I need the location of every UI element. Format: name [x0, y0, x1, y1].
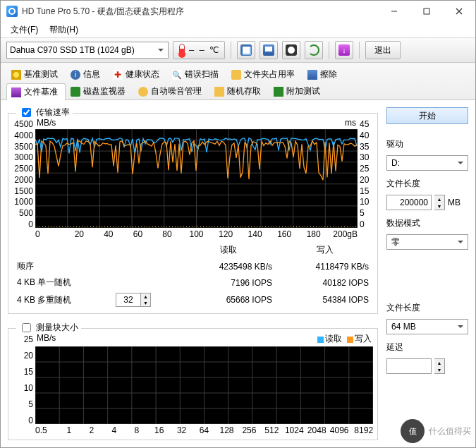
- separator: [231, 42, 231, 59]
- toolbar: Dahua C970 SSD 1TB (1024 gB) — — ℃ 退出: [1, 37, 475, 63]
- exit-button[interactable]: 退出: [365, 41, 401, 59]
- tab-aam[interactable]: 自动噪音管理: [133, 83, 209, 99]
- file-bench-icon: [11, 87, 21, 97]
- chart1-wrap: 450040003500300025002000150010005000 MB/…: [13, 118, 373, 239]
- svg-rect-113: [285, 226, 286, 227]
- transfer-rate-checkbox[interactable]: 传输速率: [16, 106, 73, 119]
- tab-label: 基准测试: [24, 68, 58, 80]
- file-length-label: 文件长度: [386, 178, 468, 190]
- svg-rect-93: [228, 226, 229, 227]
- tab-random-access[interactable]: 随机存取: [209, 83, 269, 99]
- svg-rect-27: [42, 226, 43, 227]
- svg-rect-78: [186, 226, 187, 227]
- svg-rect-53: [116, 226, 116, 227]
- queue-depth-spinner[interactable]: ▲▼: [116, 293, 151, 307]
- svg-rect-125: [319, 226, 319, 227]
- watermark-text: 什么值得买: [429, 425, 471, 437]
- svg-rect-82: [197, 226, 198, 227]
- chart1-x-axis: 020406080100120140160180200gB: [35, 228, 358, 239]
- svg-rect-91: [223, 226, 224, 227]
- svg-rect-124: [316, 226, 317, 227]
- svg-rect-74: [175, 226, 176, 227]
- svg-rect-48: [102, 226, 102, 227]
- spin-down[interactable]: ▼: [141, 300, 150, 306]
- legend-write-label: 写入: [355, 334, 372, 344]
- svg-rect-41: [82, 226, 83, 227]
- temperature-display[interactable]: — — ℃: [173, 41, 225, 59]
- tab-extra-tests[interactable]: 附加测试: [269, 83, 328, 99]
- menubar: 文件(F) 帮助(H): [1, 22, 475, 37]
- svg-rect-63: [144, 226, 145, 227]
- delay-stepper[interactable]: ▲▼: [434, 358, 445, 374]
- block-size-check-input[interactable]: [22, 323, 31, 332]
- svg-rect-36: [68, 226, 68, 227]
- tab-benchmark[interactable]: 基准测试: [6, 66, 66, 83]
- chart2-y-axis: 2520151050: [13, 333, 35, 435]
- svg-rect-128: [327, 226, 328, 227]
- svg-rect-94: [231, 226, 232, 227]
- svg-rect-76: [181, 226, 181, 227]
- svg-rect-34: [62, 226, 63, 227]
- tab-file-benchmark[interactable]: 文件基准: [6, 83, 66, 100]
- drive-select[interactable]: D:: [386, 155, 468, 171]
- svg-rect-59: [133, 226, 133, 227]
- block-size-body: 2520151050 MB/s 读取 写入 0.5124816326412825…: [8, 328, 378, 440]
- tab-erase[interactable]: 擦除: [303, 66, 345, 83]
- svg-rect-70: [164, 226, 164, 227]
- device-select-value: Dahua C970 SSD 1TB (1024 gB): [10, 45, 135, 55]
- svg-rect-1: [424, 8, 429, 14]
- svg-rect-105: [262, 226, 263, 227]
- app-icon: [6, 6, 18, 17]
- spin-up[interactable]: ▲: [141, 293, 150, 300]
- svg-rect-133: [341, 226, 342, 227]
- svg-rect-120: [305, 226, 305, 227]
- chart2-x-axis: 0.512481632641282565121024204840968192: [35, 424, 373, 435]
- svg-rect-64: [147, 226, 147, 227]
- titlebar: HD Tune Pro 5.70 - 硬盘/固态硬盘实用程序: [1, 1, 475, 22]
- exit-label: 退出: [374, 44, 391, 56]
- window-title: HD Tune Pro 5.70 - 硬盘/固态硬盘实用程序: [22, 6, 378, 18]
- menu-file[interactable]: 文件(F): [5, 23, 44, 37]
- tab-row-1: 基准测试 信息 健康状态 错误扫描 文件夹占用率 擦除: [1, 66, 475, 83]
- svg-rect-47: [99, 226, 99, 227]
- options-button[interactable]: [335, 41, 353, 59]
- delay-input[interactable]: [386, 358, 432, 374]
- minimize-button[interactable]: [378, 1, 410, 22]
- svg-rect-81: [195, 226, 195, 227]
- tab-health[interactable]: 健康状态: [108, 66, 167, 83]
- svg-rect-118: [299, 226, 300, 227]
- data-mode-select[interactable]: 零: [386, 234, 468, 250]
- svg-rect-86: [209, 226, 209, 227]
- tab-error-scan[interactable]: 错误扫描: [167, 66, 226, 83]
- start-button[interactable]: 开始: [386, 107, 468, 124]
- col-write: 写入: [276, 242, 373, 258]
- file-length-input[interactable]: [386, 195, 432, 210]
- tab-folder-usage[interactable]: 文件夹占用率: [226, 66, 303, 83]
- device-select[interactable]: Dahua C970 SSD 1TB (1024 gB): [6, 42, 169, 59]
- menu-help[interactable]: 帮助(H): [44, 23, 84, 37]
- row-seq-label: 顺序: [13, 258, 111, 274]
- queue-depth-input[interactable]: [116, 293, 140, 306]
- close-button[interactable]: [443, 1, 475, 22]
- tab-disk-monitor[interactable]: 磁盘监视器: [66, 83, 133, 99]
- speaker-icon: [138, 87, 148, 97]
- svg-rect-102: [254, 226, 255, 227]
- svg-rect-104: [260, 226, 260, 227]
- file-length2-select[interactable]: 64 MB: [386, 319, 468, 334]
- file-length-stepper[interactable]: ▲▼: [434, 195, 445, 210]
- transfer-rate-check-input[interactable]: [22, 108, 31, 117]
- svg-rect-52: [113, 226, 114, 227]
- refresh-button[interactable]: [305, 41, 323, 59]
- watermark-badge: 值: [401, 419, 425, 443]
- block-size-checkbox[interactable]: 测量块大小: [16, 321, 81, 334]
- svg-rect-73: [172, 226, 173, 227]
- copy-button[interactable]: [237, 41, 255, 59]
- row-4k-multi-write: 54384 IOPS: [276, 291, 373, 309]
- results-table: 读取 写入 顺序 4235498 KB/s 4118479 KB/s 4 KB …: [13, 242, 373, 309]
- save-button[interactable]: [260, 41, 278, 59]
- maximize-button[interactable]: [410, 1, 443, 22]
- file-length2-value: 64 MB: [391, 322, 416, 332]
- row-4k-single-write: 40182 IOPS: [276, 274, 373, 291]
- tab-information[interactable]: 信息: [66, 66, 108, 83]
- screenshot-button[interactable]: [282, 41, 300, 59]
